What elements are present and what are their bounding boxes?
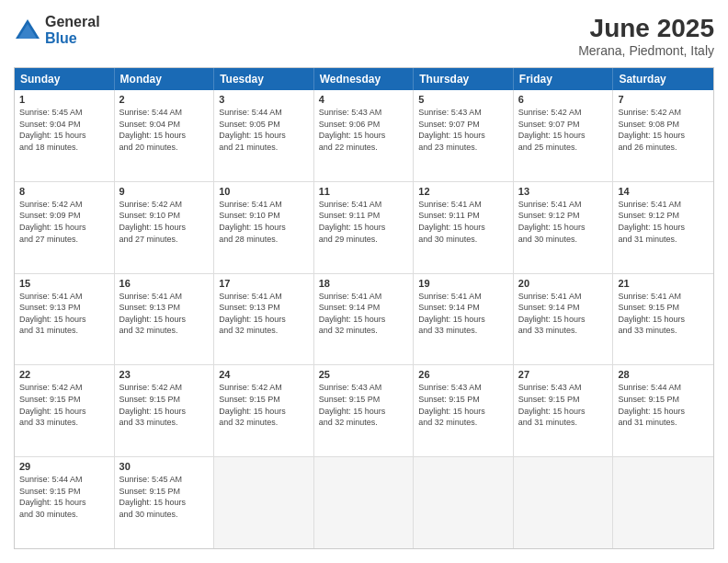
day-number: 29 (19, 461, 109, 472)
day-cell-3: 3 Sunrise: 5:44 AMSunset: 9:05 PMDayligh… (214, 90, 314, 181)
calendar-row-4: 29 Sunrise: 5:44 AMSunset: 9:15 PMDaylig… (15, 457, 713, 548)
day-cell-1: 1 Sunrise: 5:45 AMSunset: 9:04 PMDayligh… (15, 90, 115, 181)
day-number: 1 (19, 94, 109, 105)
day-number: 12 (418, 186, 508, 197)
day-cell-8: 8 Sunrise: 5:42 AMSunset: 9:09 PMDayligh… (15, 182, 115, 273)
day-number: 20 (518, 278, 609, 289)
main-title: June 2025 (578, 14, 714, 43)
day-cell-6: 6 Sunrise: 5:42 AMSunset: 9:07 PMDayligh… (514, 90, 614, 181)
day-info: Sunrise: 5:42 AMSunset: 9:09 PMDaylight:… (19, 199, 109, 245)
subtitle: Merana, Piedmont, Italy (578, 43, 714, 58)
day-number: 7 (618, 94, 709, 105)
day-info: Sunrise: 5:42 AMSunset: 9:07 PMDaylight:… (518, 107, 609, 153)
day-info: Sunrise: 5:41 AMSunset: 9:12 PMDaylight:… (518, 199, 609, 245)
logo-general-text: General (45, 14, 100, 30)
day-cell-10: 10 Sunrise: 5:41 AMSunset: 9:10 PMDaylig… (214, 182, 314, 273)
day-cell-14: 14 Sunrise: 5:41 AMSunset: 9:12 PMDaylig… (613, 182, 713, 273)
day-cell-21: 21 Sunrise: 5:41 AMSunset: 9:15 PMDaylig… (613, 274, 713, 365)
day-info: Sunrise: 5:41 AMSunset: 9:13 PMDaylight:… (219, 291, 309, 337)
day-cell-26: 26 Sunrise: 5:43 AMSunset: 9:15 PMDaylig… (414, 365, 514, 456)
logo-icon (14, 17, 41, 44)
day-info: Sunrise: 5:41 AMSunset: 9:13 PMDaylight:… (19, 291, 109, 337)
day-number: 30 (119, 461, 210, 472)
day-cell-13: 13 Sunrise: 5:41 AMSunset: 9:12 PMDaylig… (514, 182, 614, 273)
day-info: Sunrise: 5:42 AMSunset: 9:15 PMDaylight:… (219, 382, 309, 428)
calendar-row-3: 22 Sunrise: 5:42 AMSunset: 9:15 PMDaylig… (15, 365, 713, 457)
day-cell-18: 18 Sunrise: 5:41 AMSunset: 9:14 PMDaylig… (314, 274, 415, 365)
day-info: Sunrise: 5:41 AMSunset: 9:14 PMDaylight:… (518, 291, 609, 337)
header-day-monday: Monday (115, 68, 215, 90)
day-info: Sunrise: 5:41 AMSunset: 9:10 PMDaylight:… (219, 199, 309, 245)
day-info: Sunrise: 5:41 AMSunset: 9:14 PMDaylight:… (319, 291, 409, 337)
calendar-body: 1 Sunrise: 5:45 AMSunset: 9:04 PMDayligh… (15, 90, 713, 548)
empty-cell (613, 457, 713, 548)
day-info: Sunrise: 5:43 AMSunset: 9:07 PMDaylight:… (418, 107, 508, 153)
day-number: 4 (319, 94, 409, 105)
day-cell-30: 30 Sunrise: 5:45 AMSunset: 9:15 PMDaylig… (115, 457, 215, 548)
day-info: Sunrise: 5:41 AMSunset: 9:12 PMDaylight:… (618, 199, 709, 245)
day-number: 25 (319, 369, 409, 380)
day-cell-22: 22 Sunrise: 5:42 AMSunset: 9:15 PMDaylig… (15, 365, 115, 456)
empty-cell (414, 457, 514, 548)
day-info: Sunrise: 5:44 AMSunset: 9:15 PMDaylight:… (19, 474, 109, 520)
logo-text: General Blue (45, 14, 100, 46)
header-day-tuesday: Tuesday (214, 68, 314, 90)
header-day-saturday: Saturday (613, 68, 713, 90)
header-day-friday: Friday (514, 68, 614, 90)
empty-cell (314, 457, 415, 548)
day-info: Sunrise: 5:43 AMSunset: 9:15 PMDaylight:… (319, 382, 409, 428)
page: General Blue June 2025 Merana, Piedmont,… (0, 0, 728, 563)
day-info: Sunrise: 5:43 AMSunset: 9:06 PMDaylight:… (319, 107, 409, 153)
day-info: Sunrise: 5:44 AMSunset: 9:15 PMDaylight:… (618, 382, 709, 428)
day-number: 26 (418, 369, 508, 380)
day-cell-12: 12 Sunrise: 5:41 AMSunset: 9:11 PMDaylig… (414, 182, 514, 273)
logo-blue-text: Blue (45, 30, 100, 47)
day-info: Sunrise: 5:42 AMSunset: 9:15 PMDaylight:… (119, 382, 210, 428)
day-number: 15 (19, 278, 109, 289)
day-info: Sunrise: 5:45 AMSunset: 9:15 PMDaylight:… (119, 474, 210, 520)
day-number: 8 (19, 186, 109, 197)
calendar-row-1: 8 Sunrise: 5:42 AMSunset: 9:09 PMDayligh… (15, 182, 713, 274)
header-day-thursday: Thursday (414, 68, 514, 90)
day-info: Sunrise: 5:41 AMSunset: 9:14 PMDaylight:… (418, 291, 508, 337)
day-cell-11: 11 Sunrise: 5:41 AMSunset: 9:11 PMDaylig… (314, 182, 415, 273)
day-cell-4: 4 Sunrise: 5:43 AMSunset: 9:06 PMDayligh… (314, 90, 415, 181)
day-number: 2 (119, 94, 210, 105)
day-info: Sunrise: 5:41 AMSunset: 9:11 PMDaylight:… (319, 199, 409, 245)
day-number: 13 (518, 186, 609, 197)
day-info: Sunrise: 5:41 AMSunset: 9:15 PMDaylight:… (618, 291, 709, 337)
day-number: 5 (418, 94, 508, 105)
day-info: Sunrise: 5:43 AMSunset: 9:15 PMDaylight:… (518, 382, 609, 428)
day-info: Sunrise: 5:41 AMSunset: 9:11 PMDaylight:… (418, 199, 508, 245)
day-number: 16 (119, 278, 210, 289)
day-cell-29: 29 Sunrise: 5:44 AMSunset: 9:15 PMDaylig… (15, 457, 115, 548)
day-number: 17 (219, 278, 309, 289)
day-cell-5: 5 Sunrise: 5:43 AMSunset: 9:07 PMDayligh… (414, 90, 514, 181)
title-block: June 2025 Merana, Piedmont, Italy (578, 14, 714, 58)
day-number: 3 (219, 94, 309, 105)
day-number: 10 (219, 186, 309, 197)
empty-cell (214, 457, 314, 548)
header-day-sunday: Sunday (15, 68, 115, 90)
day-number: 18 (319, 278, 409, 289)
day-number: 22 (19, 369, 109, 380)
day-cell-15: 15 Sunrise: 5:41 AMSunset: 9:13 PMDaylig… (15, 274, 115, 365)
day-info: Sunrise: 5:43 AMSunset: 9:15 PMDaylight:… (418, 382, 508, 428)
day-info: Sunrise: 5:42 AMSunset: 9:10 PMDaylight:… (119, 199, 210, 245)
day-number: 11 (319, 186, 409, 197)
day-cell-17: 17 Sunrise: 5:41 AMSunset: 9:13 PMDaylig… (214, 274, 314, 365)
header-day-wednesday: Wednesday (314, 68, 415, 90)
day-info: Sunrise: 5:44 AMSunset: 9:04 PMDaylight:… (119, 107, 210, 153)
day-number: 19 (418, 278, 508, 289)
day-cell-2: 2 Sunrise: 5:44 AMSunset: 9:04 PMDayligh… (115, 90, 215, 181)
day-cell-24: 24 Sunrise: 5:42 AMSunset: 9:15 PMDaylig… (214, 365, 314, 456)
calendar-row-2: 15 Sunrise: 5:41 AMSunset: 9:13 PMDaylig… (15, 274, 713, 366)
day-info: Sunrise: 5:42 AMSunset: 9:15 PMDaylight:… (19, 382, 109, 428)
day-number: 23 (119, 369, 210, 380)
calendar-header: SundayMondayTuesdayWednesdayThursdayFrid… (15, 68, 713, 90)
day-info: Sunrise: 5:44 AMSunset: 9:05 PMDaylight:… (219, 107, 309, 153)
day-cell-28: 28 Sunrise: 5:44 AMSunset: 9:15 PMDaylig… (613, 365, 713, 456)
day-info: Sunrise: 5:41 AMSunset: 9:13 PMDaylight:… (119, 291, 210, 337)
day-cell-25: 25 Sunrise: 5:43 AMSunset: 9:15 PMDaylig… (314, 365, 415, 456)
day-cell-20: 20 Sunrise: 5:41 AMSunset: 9:14 PMDaylig… (514, 274, 614, 365)
